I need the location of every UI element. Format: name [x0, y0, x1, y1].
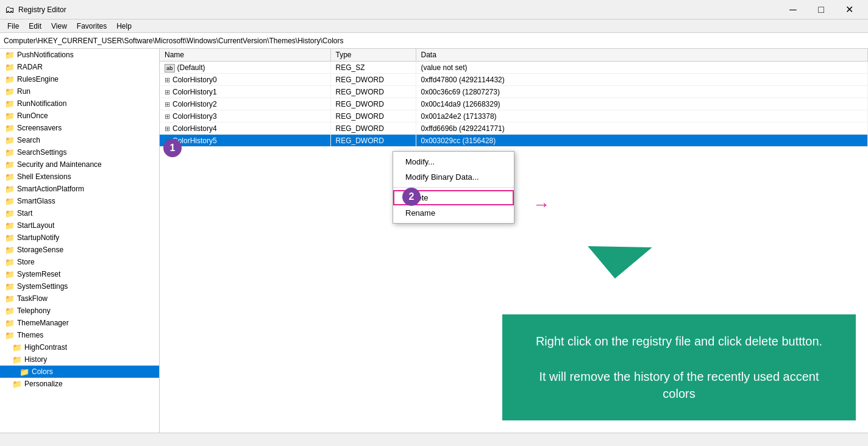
reg-data: 0xffd6696b (4292241771) [416, 122, 868, 135]
sidebar-item-label: Start [17, 209, 32, 218]
info-box: Right click on the registry file and cli… [502, 314, 856, 420]
folder-icon: 📁 [5, 221, 15, 230]
sidebar-item[interactable]: 📁Security and Maintenance [0, 158, 159, 171]
sidebar[interactable]: 📁PushNotifications📁RADAR📁RulesEngine📁Run… [0, 49, 160, 433]
status-bar [0, 433, 868, 446]
sidebar-item[interactable]: 📁Shell Extensions [0, 171, 159, 183]
sidebar-item-label: StartupNotify [17, 233, 59, 242]
reg-type: REG_SZ [330, 62, 416, 74]
table-row[interactable]: ⊞ColorHistory5REG_DWORD0x003029cc (31564… [160, 135, 868, 147]
folder-icon: 📁 [5, 197, 15, 206]
sidebar-item[interactable]: 📁SmartActionPlatform [0, 183, 159, 195]
folder-icon: 📁 [12, 343, 22, 352]
context-rename[interactable]: Rename [393, 205, 514, 221]
context-modify[interactable]: Modify... [393, 154, 514, 169]
sidebar-item[interactable]: 📁Search [0, 134, 159, 146]
sidebar-item[interactable]: 📁Colors [0, 366, 159, 378]
sidebar-item[interactable]: 📁Screensavers [0, 122, 159, 134]
menu-view[interactable]: View [46, 21, 72, 32]
table-row[interactable]: ⊞ColorHistory0REG_DWORD0xffd47800 (42921… [160, 74, 868, 86]
grid-icon: ⊞ [165, 125, 170, 132]
sidebar-item[interactable]: 📁StorageSense [0, 244, 159, 256]
grid-icon: ⊞ [165, 76, 170, 83]
sidebar-item[interactable]: 📁SearchSettings [0, 146, 159, 158]
sidebar-item[interactable]: 📁SystemReset [0, 268, 159, 280]
sidebar-item[interactable]: 📁RulesEngine [0, 73, 159, 85]
sidebar-item-label: StorageSense [17, 246, 63, 254]
registry-table: Name Type Data ab(Default)REG_SZ(value n… [160, 49, 868, 147]
sidebar-item-label: Search [17, 136, 40, 144]
menu-edit[interactable]: Edit [24, 21, 46, 32]
sidebar-item[interactable]: 📁Telephony [0, 305, 159, 317]
sidebar-item-label: RunOnce [17, 112, 48, 120]
sidebar-item[interactable]: 📁StartLayout [0, 219, 159, 232]
info-line2: It will remove the history of the recent… [527, 368, 831, 402]
reg-name: ab(Default) [160, 62, 330, 74]
sidebar-item-label: Personalize [24, 380, 63, 388]
sidebar-item[interactable]: 📁Store [0, 256, 159, 268]
grid-icon: ⊞ [165, 88, 170, 96]
maximize-button[interactable]: □ [807, 0, 835, 19]
sidebar-item[interactable]: 📁RADAR [0, 61, 159, 73]
sidebar-item[interactable]: 📁StartupNotify [0, 232, 159, 244]
reg-data: 0x003029cc (3156428) [416, 135, 868, 147]
close-button[interactable]: ✕ [835, 0, 863, 19]
menu-help[interactable]: Help [112, 21, 137, 32]
reg-type: REG_DWORD [330, 98, 416, 110]
sidebar-item-label: Screensavers [17, 124, 62, 132]
sidebar-item[interactable]: 📁PushNotifications [0, 49, 159, 61]
sidebar-item[interactable]: 📁Personalize [0, 378, 159, 390]
sidebar-item[interactable]: 📁Themes [0, 329, 159, 341]
folder-icon: 📁 [5, 136, 15, 145]
sidebar-item-label: SmartActionPlatform [17, 185, 84, 193]
sidebar-item-label: History [24, 355, 47, 364]
address-path: Computer\HKEY_CURRENT_USER\Software\Micr… [4, 37, 344, 45]
sidebar-item-label: Store [17, 258, 35, 266]
menu-bar: FileEditViewFavoritesHelp [0, 19, 868, 33]
minimize-button[interactable]: ─ [779, 0, 807, 19]
folder-icon: 📁 [5, 172, 15, 182]
title-bar: 🗂 Registry Editor ─ □ ✕ [0, 0, 868, 19]
folder-icon: 📁 [5, 331, 15, 340]
reg-type: REG_DWORD [330, 135, 416, 147]
context-modify-binary[interactable]: Modify Binary Data... [393, 169, 514, 185]
sidebar-item[interactable]: 📁SystemSettings [0, 280, 159, 292]
sidebar-item-label: Run [17, 87, 30, 96]
folder-icon: 📁 [5, 160, 15, 169]
grid-icon: ⊞ [165, 101, 170, 108]
table-row[interactable]: ab(Default)REG_SZ(value not set) [160, 62, 868, 74]
reg-data: 0xffd47800 (4292114432) [416, 74, 868, 86]
reg-name: ⊞ColorHistory1 [160, 86, 330, 98]
table-row[interactable]: ⊞ColorHistory4REG_DWORD0xffd6696b (42922… [160, 122, 868, 135]
sidebar-item-label: RulesEngine [17, 75, 59, 83]
sidebar-item[interactable]: 📁Start [0, 207, 159, 219]
sidebar-item-label: ThemeManager [17, 319, 69, 327]
folder-icon: 📁 [12, 355, 22, 364]
table-row[interactable]: ⊞ColorHistory2REG_DWORD0x00c14da9 (12668… [160, 98, 868, 110]
reg-name: ⊞ColorHistory3 [160, 110, 330, 122]
menu-file[interactable]: File [2, 21, 24, 32]
sidebar-item[interactable]: 📁ThemeManager [0, 317, 159, 329]
sidebar-item-label: SearchSettings [17, 148, 66, 157]
table-row[interactable]: ⊞ColorHistory3REG_DWORD0x001a24e2 (17133… [160, 110, 868, 122]
menu-favorites[interactable]: Favorites [72, 21, 112, 32]
folder-icon: 📁 [12, 380, 22, 389]
ab-icon: ab [165, 64, 175, 73]
sidebar-item[interactable]: 📁SmartGlass [0, 195, 159, 207]
main-content: 📁PushNotifications📁RADAR📁RulesEngine📁Run… [0, 49, 868, 433]
grid-icon: ⊞ [165, 113, 170, 120]
folder-icon: 📁 [5, 258, 15, 267]
folder-icon: 📁 [5, 185, 15, 194]
sidebar-item[interactable]: 📁Run [0, 85, 159, 97]
sidebar-item[interactable]: 📁RunOnce [0, 110, 159, 122]
folder-icon: 📁 [5, 209, 15, 218]
reg-data: (value not set) [416, 62, 868, 74]
sidebar-item[interactable]: 📁History [0, 353, 159, 366]
table-row[interactable]: ⊞ColorHistory1REG_DWORD0x00c36c69 (12807… [160, 86, 868, 98]
sidebar-item[interactable]: 📁TaskFlow [0, 292, 159, 305]
reg-type: REG_DWORD [330, 86, 416, 98]
sidebar-item[interactable]: 📁RunNotification [0, 97, 159, 110]
folder-icon: 📁 [5, 306, 15, 316]
sidebar-item[interactable]: 📁HighContrast [0, 341, 159, 353]
col-name: Name [160, 49, 330, 62]
